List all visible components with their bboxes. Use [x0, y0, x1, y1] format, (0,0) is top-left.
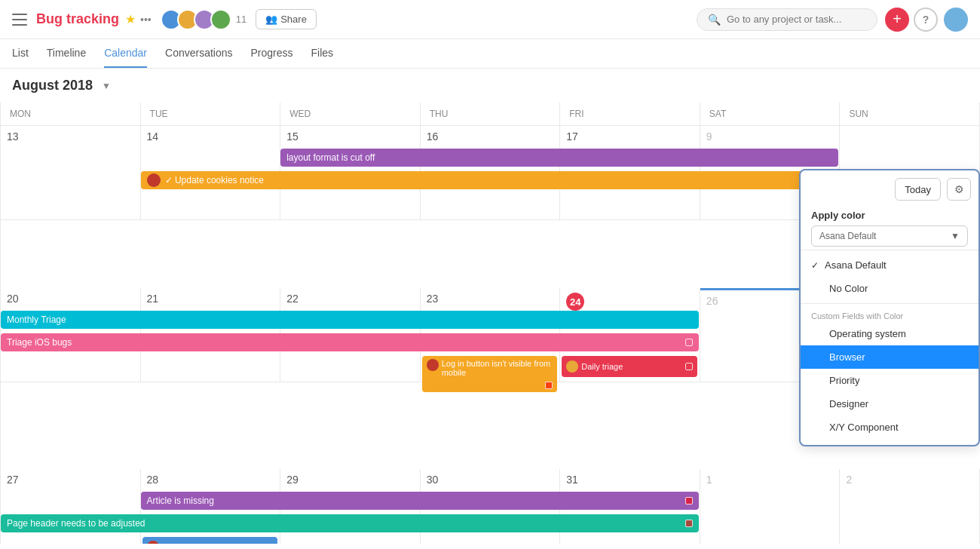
month-title: August 2018 [12, 78, 93, 94]
dropdown-arrow-icon: ▼ [951, 231, 960, 241]
day-number: 2 [846, 474, 973, 486]
day-header-fri: Fri [560, 103, 700, 126]
event-page-header[interactable]: Page header needs to be adjusted [1, 514, 699, 532]
option-no-color[interactable]: No Color [801, 277, 978, 300]
star-icon[interactable]: ★ [125, 12, 136, 26]
day-number: 16 [427, 130, 554, 143]
option-label: Priority [829, 375, 859, 386]
tab-timeline[interactable]: Timeline [47, 39, 86, 68]
user-avatar[interactable] [944, 8, 968, 32]
event-triage-ios[interactable]: Triage iOS bugs [1, 333, 699, 351]
day-cell-13: 13 [1, 126, 141, 220]
day-number: 21 [147, 293, 274, 305]
event-daily-triage[interactable]: Daily triage [562, 356, 697, 377]
help-button[interactable]: ? [914, 8, 938, 32]
today-indicator: 24 [566, 293, 584, 311]
option-label: Browser [829, 351, 865, 363]
divider [801, 303, 978, 304]
panel-controls: Today ⚙ [801, 170, 978, 201]
month-dropdown-icon[interactable]: ▼ [102, 81, 111, 91]
avatar [210, 9, 231, 30]
calendar-wrapper: Mon Tue Wed Thu Fri Sat Sun 13 14 15 16 … [0, 103, 980, 544]
day-header-tue: Tue [141, 103, 281, 126]
option-xy-component[interactable]: X/Y Component [801, 416, 978, 439]
event-layout-format[interactable]: layout format is cut off [280, 149, 838, 167]
option-label: Designer [829, 398, 868, 409]
day-number: 17 [566, 130, 694, 143]
share-button[interactable]: 👥 Share [256, 9, 317, 29]
selected-value: Asana Default [819, 231, 876, 241]
search-bar[interactable]: 🔍 [697, 8, 877, 31]
project-title: Bug tracking [36, 11, 119, 27]
option-asana-default[interactable]: ✓ Asana Default [801, 253, 978, 277]
day-number: 20 [7, 293, 134, 305]
filter-button[interactable]: ⚙ [947, 178, 971, 201]
day-number: 13 [7, 130, 134, 143]
day-cell-sep2: 2 [840, 469, 980, 544]
avatar-group [161, 9, 231, 30]
option-operating-system[interactable]: Operating system [801, 322, 978, 345]
tab-progress[interactable]: Progress [251, 39, 293, 68]
day-number: 31 [566, 474, 694, 486]
today-button[interactable]: Today [895, 178, 941, 201]
hamburger-menu[interactable] [12, 14, 27, 26]
event-monthly-triage[interactable]: Monthly Triage [1, 311, 699, 329]
search-input[interactable] [727, 14, 866, 25]
check-icon: ✓ [811, 260, 819, 271]
day-number: 22 [286, 293, 414, 305]
calendar-header: August 2018 ▼ [0, 69, 980, 103]
day-number: 28 [147, 474, 274, 486]
apply-color-label: Apply color [801, 201, 978, 225]
tab-files[interactable]: Files [311, 39, 334, 68]
tab-calendar[interactable]: Calendar [104, 39, 147, 68]
event-article-missing[interactable]: Article is missing [141, 492, 699, 510]
more-options-icon[interactable]: ••• [140, 14, 152, 26]
day-number: 30 [427, 474, 554, 486]
option-label: X/Y Component [829, 422, 899, 433]
nav-tabs: List Timeline Calendar Conversations Pro… [0, 39, 980, 69]
week-row-3: 27 28 29 30 31 1 2 Artic [0, 469, 980, 544]
day-header-sun: Sun [840, 103, 980, 126]
divider [801, 250, 978, 250]
share-icon: 👥 [265, 14, 277, 25]
color-dropdown-panel: Today ⚙ Apply color Asana Default ▼ ✓ As… [799, 169, 980, 446]
tab-list[interactable]: List [12, 39, 29, 68]
event-login-button[interactable]: Log in button isn't visible from mobile [422, 356, 558, 392]
option-designer[interactable]: Designer [801, 392, 978, 416]
event-update-cookies[interactable]: ✓ Update cookies notice [141, 171, 839, 189]
option-label: Asana Default [825, 259, 887, 271]
option-browser[interactable]: Browser [801, 345, 978, 369]
day-header-thu: Thu [421, 103, 561, 126]
day-header-sat: Sat [700, 103, 841, 126]
option-priority[interactable]: Priority [801, 369, 978, 392]
day-number: 27 [7, 474, 134, 486]
day-cell-sep1: 1 [700, 469, 841, 544]
day-cell-27: 27 [1, 469, 141, 544]
day-number: 14 [147, 130, 274, 143]
day-number: 15 [286, 130, 414, 143]
day-number: 9 [706, 130, 834, 143]
option-label: No Color [829, 283, 868, 294]
section-label-custom: Custom Fields with Color [801, 307, 978, 322]
color-select[interactable]: Asana Default ▼ [811, 225, 968, 247]
tab-conversations[interactable]: Conversations [165, 39, 233, 68]
top-bar: Bug tracking ★ ••• 11 👥 Share 🔍 + ? [0, 0, 980, 39]
option-label: Operating system [829, 328, 906, 339]
day-headers: Mon Tue Wed Thu Fri Sat Sun [0, 103, 980, 126]
search-icon: 🔍 [708, 14, 721, 26]
event-cant-click-footer[interactable]: Can't click on footer [142, 537, 278, 544]
day-header-mon: Mon [1, 103, 141, 126]
day-header-wed: Wed [280, 103, 421, 126]
member-count: 11 [236, 14, 247, 25]
add-button[interactable]: + [885, 8, 909, 32]
day-number: 1 [706, 474, 834, 486]
day-number: 29 [286, 474, 414, 486]
day-number: 23 [427, 293, 554, 305]
